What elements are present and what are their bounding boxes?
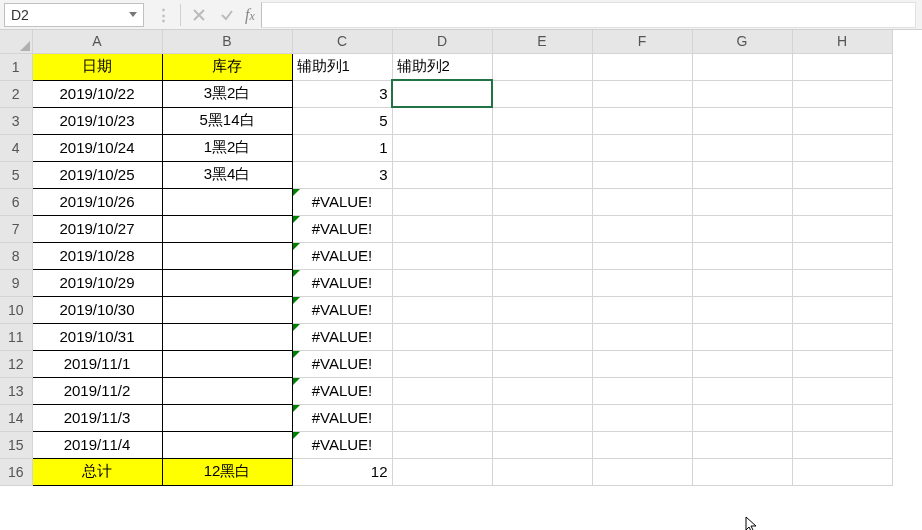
cell-H1[interactable] xyxy=(792,53,892,80)
row-header-4[interactable]: 4 xyxy=(0,134,32,161)
cell-E1[interactable] xyxy=(492,53,592,80)
select-all-corner[interactable] xyxy=(0,30,32,53)
cell-F4[interactable] xyxy=(592,134,692,161)
row-header-10[interactable]: 10 xyxy=(0,296,32,323)
cell-D11[interactable] xyxy=(392,323,492,350)
fx-icon[interactable]: fx xyxy=(245,6,255,24)
cell-A3[interactable]: 2019/10/23 xyxy=(32,107,162,134)
cell-A5[interactable]: 2019/10/25 xyxy=(32,161,162,188)
row-header-5[interactable]: 5 xyxy=(0,161,32,188)
cell-C13[interactable]: #VALUE! xyxy=(292,377,392,404)
cell-B13[interactable] xyxy=(162,377,292,404)
cell-C12[interactable]: #VALUE! xyxy=(292,350,392,377)
cell-D14[interactable] xyxy=(392,404,492,431)
cell-B15[interactable] xyxy=(162,431,292,458)
more-icon[interactable]: ⋮ xyxy=(148,3,176,27)
name-box[interactable]: D2 xyxy=(4,3,144,27)
cell-F10[interactable] xyxy=(592,296,692,323)
cell-H4[interactable] xyxy=(792,134,892,161)
cell-G14[interactable] xyxy=(692,404,792,431)
row-header-15[interactable]: 15 xyxy=(0,431,32,458)
cell-G15[interactable] xyxy=(692,431,792,458)
cell-F2[interactable] xyxy=(592,80,692,107)
cell-G5[interactable] xyxy=(692,161,792,188)
row-header-2[interactable]: 2 xyxy=(0,80,32,107)
cell-C8[interactable]: #VALUE! xyxy=(292,242,392,269)
row-header-3[interactable]: 3 xyxy=(0,107,32,134)
cell-H9[interactable] xyxy=(792,269,892,296)
cell-G6[interactable] xyxy=(692,188,792,215)
cell-E5[interactable] xyxy=(492,161,592,188)
cell-A9[interactable]: 2019/10/29 xyxy=(32,269,162,296)
cell-F1[interactable] xyxy=(592,53,692,80)
cell-C5[interactable]: 3 xyxy=(292,161,392,188)
row-header-13[interactable]: 13 xyxy=(0,377,32,404)
cell-G1[interactable] xyxy=(692,53,792,80)
cell-C9[interactable]: #VALUE! xyxy=(292,269,392,296)
cell-C16[interactable]: 12 xyxy=(292,458,392,485)
cell-F13[interactable] xyxy=(592,377,692,404)
formula-input[interactable] xyxy=(261,2,916,28)
cell-B16[interactable]: 12黑白 xyxy=(162,458,292,485)
column-header-G[interactable]: G xyxy=(692,30,792,53)
cell-C3[interactable]: 5 xyxy=(292,107,392,134)
cell-E3[interactable] xyxy=(492,107,592,134)
cell-A14[interactable]: 2019/11/3 xyxy=(32,404,162,431)
cell-H14[interactable] xyxy=(792,404,892,431)
cell-C11[interactable]: #VALUE! xyxy=(292,323,392,350)
cell-C14[interactable]: #VALUE! xyxy=(292,404,392,431)
cell-H15[interactable] xyxy=(792,431,892,458)
column-header-D[interactable]: D xyxy=(392,30,492,53)
cell-F16[interactable] xyxy=(592,458,692,485)
cell-E16[interactable] xyxy=(492,458,592,485)
cell-A12[interactable]: 2019/11/1 xyxy=(32,350,162,377)
cell-G11[interactable] xyxy=(692,323,792,350)
cell-H11[interactable] xyxy=(792,323,892,350)
cell-E6[interactable] xyxy=(492,188,592,215)
cell-D7[interactable] xyxy=(392,215,492,242)
cell-C10[interactable]: #VALUE! xyxy=(292,296,392,323)
cell-E8[interactable] xyxy=(492,242,592,269)
cell-G12[interactable] xyxy=(692,350,792,377)
cell-D13[interactable] xyxy=(392,377,492,404)
cell-D12[interactable] xyxy=(392,350,492,377)
cell-D16[interactable] xyxy=(392,458,492,485)
column-header-F[interactable]: F xyxy=(592,30,692,53)
cell-E7[interactable] xyxy=(492,215,592,242)
cell-D3[interactable] xyxy=(392,107,492,134)
cell-A11[interactable]: 2019/10/31 xyxy=(32,323,162,350)
cell-H2[interactable] xyxy=(792,80,892,107)
cell-F8[interactable] xyxy=(592,242,692,269)
cell-F15[interactable] xyxy=(592,431,692,458)
column-header-E[interactable]: E xyxy=(492,30,592,53)
cell-D1[interactable]: 辅助列2 xyxy=(392,53,492,80)
cell-B9[interactable] xyxy=(162,269,292,296)
column-header-C[interactable]: C xyxy=(292,30,392,53)
cell-B4[interactable]: 1黑2白 xyxy=(162,134,292,161)
cell-B11[interactable] xyxy=(162,323,292,350)
cell-G16[interactable] xyxy=(692,458,792,485)
cell-E4[interactable] xyxy=(492,134,592,161)
column-header-A[interactable]: A xyxy=(32,30,162,53)
row-header-12[interactable]: 12 xyxy=(0,350,32,377)
cell-F9[interactable] xyxy=(592,269,692,296)
cell-A1[interactable]: 日期 xyxy=(32,53,162,80)
row-header-1[interactable]: 1 xyxy=(0,53,32,80)
cell-F3[interactable] xyxy=(592,107,692,134)
cell-G2[interactable] xyxy=(692,80,792,107)
cell-E10[interactable] xyxy=(492,296,592,323)
cell-E14[interactable] xyxy=(492,404,592,431)
cell-B1[interactable]: 库存 xyxy=(162,53,292,80)
cell-D4[interactable] xyxy=(392,134,492,161)
cell-B3[interactable]: 5黑14白 xyxy=(162,107,292,134)
cell-D10[interactable] xyxy=(392,296,492,323)
cell-F12[interactable] xyxy=(592,350,692,377)
cell-H8[interactable] xyxy=(792,242,892,269)
cell-C2[interactable]: 3 xyxy=(292,80,392,107)
cell-B8[interactable] xyxy=(162,242,292,269)
cell-G3[interactable] xyxy=(692,107,792,134)
cell-B7[interactable] xyxy=(162,215,292,242)
row-header-14[interactable]: 14 xyxy=(0,404,32,431)
cell-D5[interactable] xyxy=(392,161,492,188)
chevron-down-icon[interactable] xyxy=(129,12,137,17)
